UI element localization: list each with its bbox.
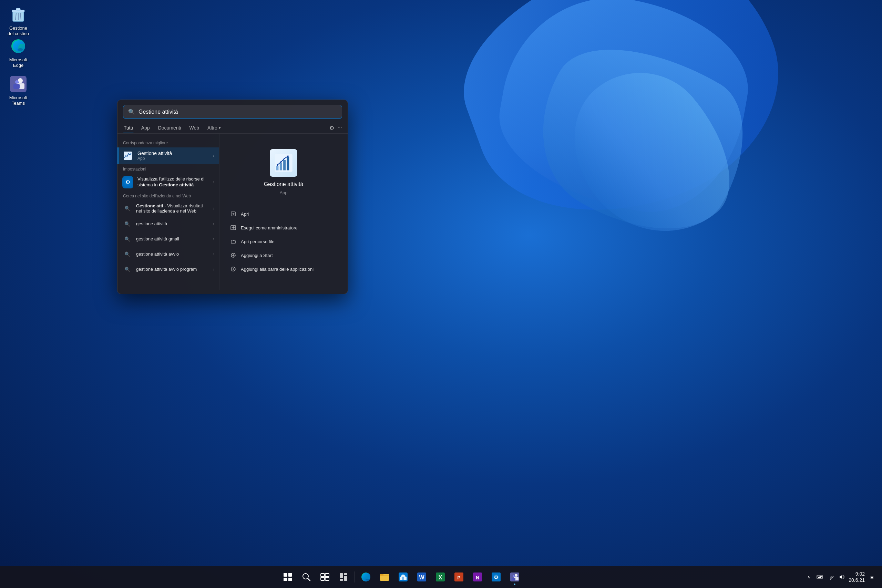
search-tabs: Tutti App Documenti Web Altro ▾ ⚙ ··· xyxy=(117,119,348,134)
svg-rect-64 xyxy=(821,576,822,577)
search-query-text: Gestione attività xyxy=(138,109,337,115)
system-clock[interactable]: 9:02 20.6.21 xyxy=(849,571,865,583)
tab-altro[interactable]: Altro ▾ xyxy=(207,122,222,133)
tab-actions: ⚙ ··· xyxy=(329,125,342,131)
search-content: Corrispondenza migliore Gestione attivit… xyxy=(117,134,348,290)
task-manager-result-icon xyxy=(122,150,134,161)
keyboard-icon[interactable] xyxy=(815,572,825,582)
taskbar-edge-icon[interactable] xyxy=(357,568,375,586)
svg-rect-15 xyxy=(276,166,279,171)
suggestion-item-3[interactable]: 🔍 gestione attività gmail › xyxy=(117,231,219,247)
best-match-text: Gestione attività App xyxy=(138,150,209,161)
search-left-panel: Corrispondenza migliore Gestione attivit… xyxy=(117,134,219,290)
svg-rect-17 xyxy=(283,160,286,170)
taskbar-explorer-icon[interactable] xyxy=(375,568,393,586)
web-search-icon-5: 🔍 xyxy=(122,264,132,274)
svg-point-20 xyxy=(280,161,282,163)
action-open-path[interactable]: Apri percorso file xyxy=(226,235,341,248)
settings-result-icon: ⚙ xyxy=(122,177,134,188)
taskbar-teams-icon[interactable] xyxy=(506,568,524,586)
search-right-panel: Gestione attività App Apri xyxy=(219,134,348,290)
action-run-admin[interactable]: Esegui come amministratore xyxy=(226,222,341,234)
action-add-start[interactable]: Aggiungi a Start xyxy=(226,249,341,261)
tab-web[interactable]: Web xyxy=(189,122,200,133)
app-preview-icon xyxy=(268,147,299,178)
word-icon: W xyxy=(417,572,427,582)
suggestion-text-5: gestione attività avvio program xyxy=(136,267,209,272)
taskbar-excel-icon[interactable]: X xyxy=(431,568,449,586)
svg-text:W: W xyxy=(419,574,425,580)
suggestion-text-3: gestione attività gmail xyxy=(136,236,209,242)
settings-result-item[interactable]: ⚙ Visualizza l'utilizzo delle risorse di… xyxy=(117,174,219,191)
outlook-icon: O xyxy=(491,572,501,582)
tab-documenti[interactable]: Documenti xyxy=(158,122,182,133)
suggestion-item-5[interactable]: 🔍 gestione attività avvio program › xyxy=(117,262,219,277)
best-match-item[interactable]: Gestione attività App › xyxy=(117,147,219,164)
taskbar-outlook-icon[interactable]: O xyxy=(487,568,505,586)
taskbar: W X P N xyxy=(0,566,882,588)
edge-taskbar-icon xyxy=(361,572,371,582)
volume-icon[interactable] xyxy=(837,572,846,582)
excel-icon: X xyxy=(435,572,446,582)
action-add-taskbar[interactable]: Aggiungi alla barra delle applicazioni xyxy=(226,263,341,275)
teams-taskbar-icon xyxy=(510,572,520,582)
wifi-icon[interactable] xyxy=(826,572,836,582)
suggestion-item-1[interactable]: 🔍 Gestione atti - Visualizza risultati n… xyxy=(117,201,219,216)
taskbar-onenote-icon[interactable]: N xyxy=(469,568,486,586)
hidden-icons-button[interactable]: ∧ xyxy=(804,572,813,582)
tab-app[interactable]: App xyxy=(141,122,150,133)
svg-rect-43 xyxy=(402,577,404,580)
taskbar-taskview-button[interactable] xyxy=(316,568,334,586)
settings-label: Impostazioni xyxy=(117,164,219,174)
action-open[interactable]: Apri xyxy=(226,208,341,220)
desktop-icon-recycle-bin[interactable]: Gestionedel cestino xyxy=(3,3,34,39)
svg-rect-30 xyxy=(325,573,329,577)
settings-dots-icon[interactable]: ⚙ xyxy=(329,125,334,131)
desktop-icon-edge[interactable]: Microsoft Edge xyxy=(3,34,34,70)
app-actions-list: Apri Esegui come amministratore xyxy=(226,208,341,275)
svg-point-9 xyxy=(18,78,23,83)
svg-rect-60 xyxy=(817,575,822,579)
taskbar-powerpoint-icon[interactable]: P xyxy=(450,568,468,586)
svg-rect-61 xyxy=(818,576,818,577)
taskbar-search-button[interactable] xyxy=(297,568,315,586)
recycle-bin-icon xyxy=(9,6,27,23)
taskbar-word-icon[interactable]: W xyxy=(413,568,430,586)
search-icon: 🔍 xyxy=(128,108,135,115)
taskbar-store-icon[interactable] xyxy=(394,568,412,586)
svg-point-11 xyxy=(15,80,19,84)
taskbar-widgets-button[interactable] xyxy=(334,568,352,586)
suggestion-item-4[interactable]: 🔍 gestione attività avvio › xyxy=(117,247,219,262)
windows-logo-icon xyxy=(284,573,292,581)
svg-rect-59 xyxy=(512,578,515,580)
svg-point-7 xyxy=(18,48,23,51)
clock-date: 20.6.21 xyxy=(849,577,865,583)
svg-rect-2 xyxy=(16,8,20,10)
taskbar-center: W X P N xyxy=(0,568,802,586)
svg-rect-35 xyxy=(344,576,347,581)
web-search-icon-1: 🔍 xyxy=(122,204,132,213)
action-run-admin-label: Esegui come amministratore xyxy=(241,225,298,231)
svg-rect-31 xyxy=(321,578,324,580)
svg-text:N: N xyxy=(476,575,479,580)
notification-icon[interactable]: ▣ xyxy=(867,572,876,582)
suggestion-item-2[interactable]: 🔍 gestione attività › xyxy=(117,216,219,231)
action-add-taskbar-label: Aggiungi alla barra delle applicazioni xyxy=(241,267,314,272)
search-popup: 🔍 Gestione attività Tutti App Documenti … xyxy=(117,99,348,294)
taskbar-start-button[interactable] xyxy=(279,568,297,586)
more-icon[interactable]: ··· xyxy=(338,125,342,131)
taskbar-separator xyxy=(354,572,355,582)
search-input-field[interactable]: 🔍 Gestione attività xyxy=(123,105,342,119)
best-match-title: Gestione attività xyxy=(138,150,209,156)
teams-label: Microsoft Teams xyxy=(6,95,31,106)
svg-rect-32 xyxy=(325,578,329,580)
web-search-icon-2: 🔍 xyxy=(122,219,132,229)
suggestion-arrow-4: › xyxy=(213,252,214,256)
app-preview-section: Gestione attività App xyxy=(226,141,341,202)
tab-tutti[interactable]: Tutti xyxy=(123,122,134,133)
settings-result-text: Visualizza l'utilizzo delle risorse disi… xyxy=(138,176,209,188)
svg-rect-36 xyxy=(340,579,343,581)
svg-rect-40 xyxy=(380,574,384,576)
desktop-icon-teams[interactable]: Microsoft Teams xyxy=(3,72,34,108)
suggestion-arrow-3: › xyxy=(213,237,214,242)
